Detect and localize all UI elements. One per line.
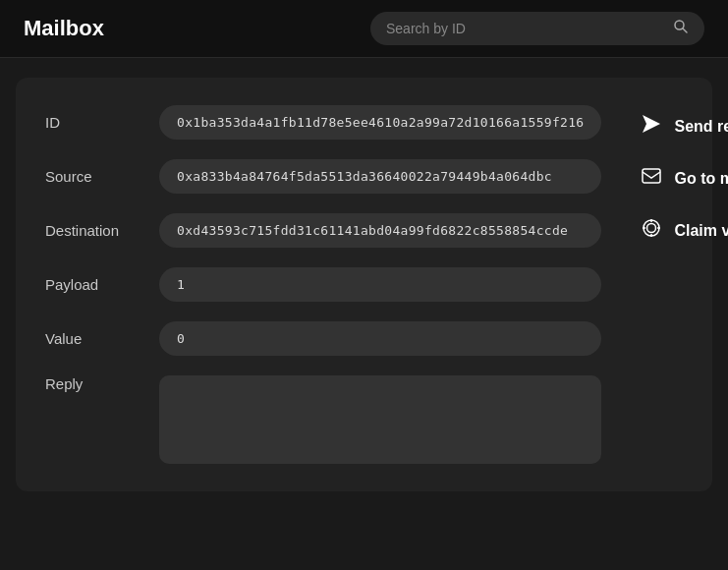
destination-value: 0xd43593c715fdd31c61141abd04a99fd6822c85… [159, 213, 601, 248]
actions-section: Send reply Go to message [641, 105, 728, 464]
fields-section: ID 0x1ba353da4a1fb11d78e5ee4610a2a99a72d… [45, 105, 601, 464]
svg-point-5 [647, 224, 656, 233]
payload-label: Payload [45, 276, 143, 293]
payload-value: 1 [159, 267, 601, 302]
go-to-message-label: Go to message [674, 170, 728, 188]
value-row: Value 0 [45, 321, 601, 356]
claim-value-icon [641, 217, 662, 244]
source-label: Source [45, 168, 143, 185]
id-row: ID 0x1ba353da4a1fb11d78e5ee4610a2a99a72d… [45, 105, 601, 140]
header: Mailbox [0, 0, 728, 58]
search-input[interactable] [386, 21, 665, 36]
destination-label: Destination [45, 222, 143, 239]
main-content: ID 0x1ba353da4a1fb11d78e5ee4610a2a99a72d… [0, 58, 728, 511]
claim-value-button[interactable]: Claim value [641, 213, 728, 248]
id-label: ID [45, 114, 143, 131]
svg-rect-3 [643, 169, 660, 183]
message-card: ID 0x1ba353da4a1fb11d78e5ee4610a2a99a72d… [16, 78, 712, 491]
search-icon-button[interactable] [673, 19, 689, 38]
value-value: 0 [159, 321, 601, 356]
go-to-message-button[interactable]: Go to message [641, 161, 728, 196]
reply-label: Reply [45, 375, 143, 392]
svg-marker-2 [643, 115, 660, 133]
reply-row: Reply [45, 375, 601, 464]
send-reply-label: Send reply [674, 118, 728, 136]
destination-row: Destination 0xd43593c715fdd31c61141abd04… [45, 213, 601, 248]
payload-row: Payload 1 [45, 267, 601, 302]
svg-line-1 [683, 28, 687, 32]
send-reply-button[interactable]: Send reply [641, 109, 728, 143]
reply-input[interactable] [159, 375, 601, 464]
svg-point-4 [644, 220, 659, 236]
go-to-message-icon [641, 165, 662, 192]
app-title: Mailbox [24, 16, 104, 41]
source-value: 0xa833b4a84764f5da5513da36640022a79449b4… [159, 159, 601, 194]
value-label: Value [45, 330, 143, 347]
claim-value-label: Claim value [674, 222, 728, 240]
search-icon [673, 19, 689, 34]
source-row: Source 0xa833b4a84764f5da5513da36640022a… [45, 159, 601, 194]
search-container [370, 12, 704, 45]
id-value: 0x1ba353da4a1fb11d78e5ee4610a2a99a72d101… [159, 105, 601, 140]
send-reply-icon [641, 113, 662, 140]
